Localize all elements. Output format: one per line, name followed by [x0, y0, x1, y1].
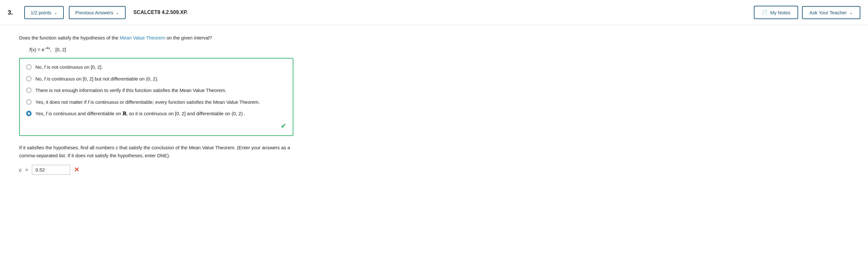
option-2[interactable]: No, f is continuous on [0, 2] but not di… [26, 75, 286, 83]
points-label: 1/2 points [31, 10, 51, 15]
mean-value-theorem-link[interactable]: Mean Value Theorem [120, 35, 165, 40]
option-4[interactable]: Yes, it does not matter if f is continuo… [26, 99, 286, 106]
radio-4[interactable] [26, 99, 32, 105]
function-display: f(x) = e−4x, [0, 2] [29, 46, 304, 52]
function-exponent: −4x [44, 46, 50, 50]
correct-checkmark: ✔ [26, 122, 286, 130]
answer-options-box: No, f is not continuous on [0, 2]. No, f… [19, 58, 293, 136]
option-1[interactable]: No, f is not continuous on [0, 2]. [26, 64, 286, 71]
ask-teacher-button[interactable]: Ask Your Teacher ⌄ [802, 6, 860, 19]
chevron-down-icon: ⌄ [54, 10, 57, 15]
points-button[interactable]: 1/2 points ⌄ [24, 6, 64, 19]
content-area: Does the function satisfy the hypotheses… [0, 25, 319, 184]
incorrect-x-icon: ✕ [74, 166, 80, 174]
option-3[interactable]: There is not enough information to verif… [26, 87, 286, 94]
previous-answers-label: Previous Answers [75, 10, 113, 15]
question-text-after: on the given interval? [165, 35, 212, 40]
previous-answers-button[interactable]: Previous Answers ⌄ [69, 6, 126, 19]
problem-id: SCALCET8 4.2.509.XP. [133, 9, 749, 15]
option-5[interactable]: Yes, f is continuous and differentiable … [26, 110, 286, 117]
header-right: 📄 My Notes Ask Your Teacher ⌄ [754, 6, 860, 19]
chevron-down-icon: ⌄ [849, 10, 853, 15]
radio-1[interactable] [26, 64, 32, 70]
question-number: 3. [8, 9, 17, 16]
c-input-field[interactable] [32, 165, 70, 175]
option-4-text: Yes, it does not matter if f is continuo… [35, 99, 260, 106]
real-numbers-symbol: ℝ [122, 111, 126, 116]
chevron-down-icon: ⌄ [116, 10, 119, 15]
option-5-text: Yes, f is continuous and differentiable … [35, 110, 245, 117]
option-1-text: No, f is not continuous on [0, 2]. [35, 64, 103, 71]
radio-5[interactable] [26, 111, 32, 116]
option-2-text: No, f is continuous on [0, 2] but not di… [35, 75, 158, 83]
c-input-row: c = ✕ [19, 165, 304, 175]
radio-3[interactable] [26, 87, 32, 93]
equals-sign: = [26, 167, 28, 173]
my-notes-button[interactable]: 📄 My Notes [754, 6, 798, 19]
question-text: Does the function satisfy the hypotheses… [19, 34, 304, 42]
c-variable-label: c [19, 167, 22, 173]
document-icon: 📄 [762, 9, 768, 15]
follow-up-text: If it satisfies the hypotheses, find all… [19, 144, 304, 160]
option-3-text: There is not enough information to verif… [35, 87, 226, 94]
header-bar: 3. 1/2 points ⌄ Previous Answers ⌄ SCALC… [0, 0, 868, 25]
ask-teacher-label: Ask Your Teacher [810, 10, 847, 15]
my-notes-label: My Notes [770, 10, 790, 15]
question-text-before: Does the function satisfy the hypotheses… [19, 35, 120, 40]
radio-2[interactable] [26, 76, 32, 81]
